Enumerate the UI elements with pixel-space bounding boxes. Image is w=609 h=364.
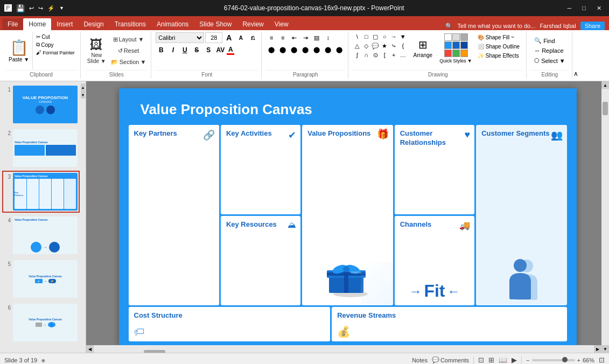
accessibility-icon[interactable]: ⎈ [41, 357, 45, 363]
restore-button[interactable]: □ [579, 5, 589, 11]
zoom-in-button[interactable]: + [577, 357, 580, 363]
line-spacing-button[interactable]: ↕ [323, 32, 333, 43]
reading-view-button[interactable]: 📖 [499, 356, 507, 364]
increase-font-button[interactable]: A [223, 32, 234, 43]
presenter-view-button[interactable]: ▶ [512, 356, 517, 364]
tab-view[interactable]: View [269, 18, 294, 30]
char-spacing-button[interactable]: AV [215, 45, 226, 55]
shape-curve[interactable]: ∫ [353, 51, 361, 59]
shape-cross[interactable]: + [389, 51, 398, 59]
share-button[interactable]: Share [580, 22, 605, 30]
shape-effects-button[interactable]: ✨Shape Effects [475, 52, 522, 60]
scroll-down-button[interactable]: ▼ [601, 345, 609, 353]
shape-more[interactable]: ▼ [398, 32, 407, 41]
slide-thumb-5[interactable]: 5 Value Proposition Canvas ⚙ → 🔑 [2, 258, 80, 300]
bullets-button[interactable]: ≡ [266, 32, 277, 43]
font-name-select[interactable]: Calibri [156, 32, 204, 43]
shape-outline-button[interactable]: ⬜Shape Outline [475, 43, 522, 51]
cut-button[interactable]: ✂Cut [35, 33, 76, 40]
normal-view-button[interactable]: ⊡ [478, 356, 484, 364]
shape-bend[interactable]: ⤷ [389, 41, 398, 50]
shape-line[interactable]: \ [353, 32, 361, 41]
strikethrough-button[interactable]: S [191, 45, 202, 55]
tab-home[interactable]: Home [23, 18, 51, 30]
text-direction-button[interactable]: ⬤ [311, 44, 322, 55]
slide-sorter-button[interactable]: ⊞ [488, 356, 494, 364]
panel-scroll-up[interactable]: ▲ [81, 83, 85, 91]
numbered-list-button[interactable]: ≡ [277, 32, 288, 43]
slide-thumb-4[interactable]: 4 Value Proposition Canvas → [2, 214, 80, 256]
save-icon[interactable]: 💾 [16, 4, 25, 12]
fit-slide-button[interactable]: ⊡ [599, 356, 605, 364]
search-tell-me[interactable]: Tell me what you want to do... [457, 23, 535, 29]
section-button[interactable]: 📂Section▼ [109, 57, 148, 67]
style-box-6[interactable] [460, 41, 468, 49]
flash-icon[interactable]: ⚡ [47, 5, 55, 12]
key-resources-cell[interactable]: Key Resources ⛰ [221, 216, 300, 305]
scroll-right-button[interactable]: ▶ [594, 345, 601, 353]
layout-button[interactable]: ⊞Layout ▼ [109, 34, 148, 45]
smartart-button[interactable]: ⬤ [334, 44, 345, 55]
hscroll-thumb[interactable] [144, 350, 165, 353]
tab-review[interactable]: Review [237, 18, 269, 30]
style-box-3[interactable] [460, 33, 468, 41]
ribbon-collapse-button[interactable]: ∧ [573, 70, 578, 78]
shape-fill-button[interactable]: 🎨Shape Fill ~ [475, 33, 522, 41]
undo-icon[interactable]: ↩ [29, 5, 34, 12]
shape-extra[interactable]: … [398, 51, 407, 59]
shape-diamond[interactable]: ◇ [362, 41, 370, 50]
arrange-button[interactable]: ⊞ Arrange [409, 32, 436, 64]
text-align-button[interactable]: ⬤ [323, 44, 333, 55]
panel-scroll-down[interactable]: ▼ [81, 91, 85, 99]
scroll-up-button[interactable]: ▲ [601, 81, 609, 89]
paste-button[interactable]: 📋 Paste ▼ [5, 32, 33, 69]
zoom-out-button[interactable]: − [526, 357, 529, 363]
qs-dropdown[interactable]: ▼ [467, 58, 472, 64]
decrease-font-button[interactable]: A [235, 32, 246, 43]
style-box-5[interactable] [452, 41, 460, 49]
format-painter-button[interactable]: 🖌Format Painter [35, 49, 76, 56]
redo-icon[interactable]: ↪ [38, 5, 43, 12]
shape-oval[interactable]: ○ [380, 32, 389, 41]
tab-slideshow[interactable]: Slide Show [194, 18, 237, 30]
shape-triangle[interactable]: △ [353, 41, 361, 50]
justify-button[interactable]: ⬤ [300, 44, 311, 55]
select-button[interactable]: ⬡Select▼ [532, 56, 567, 65]
zoom-slider[interactable] [532, 359, 575, 361]
columns-button[interactable]: ▤ [311, 32, 322, 43]
tab-transitions[interactable]: Transitions [109, 18, 151, 30]
tab-design[interactable]: Design [78, 18, 109, 30]
shape-star[interactable]: ★ [380, 41, 389, 50]
decrease-indent-button[interactable]: ⇤ [289, 32, 299, 43]
window-controls[interactable]: ─ □ ✕ [564, 5, 605, 12]
shadow-button[interactable]: S [203, 45, 214, 55]
shape-callout[interactable]: 💬 [371, 41, 380, 50]
clear-format-button[interactable]: ⎌ [247, 32, 258, 43]
underline-button[interactable]: U [179, 45, 190, 55]
shape-right-arrow[interactable]: → [389, 32, 398, 41]
copy-button[interactable]: ⧉Copy [35, 41, 76, 48]
style-box-4[interactable] [444, 41, 452, 49]
notes-button[interactable]: Notes [412, 357, 428, 363]
increase-indent-button[interactable]: ⇥ [300, 32, 311, 43]
close-button[interactable]: ✕ [593, 5, 605, 12]
scroll-left-button[interactable]: ◀ [86, 345, 94, 353]
font-size-input[interactable] [205, 32, 222, 43]
italic-button[interactable]: I [167, 45, 178, 55]
shape-rect[interactable]: □ [362, 32, 370, 41]
bold-button[interactable]: B [156, 45, 166, 55]
customer-relationships-cell[interactable]: Customer Relationships ♥ [395, 125, 474, 214]
customer-segments-cell[interactable]: Customer Segments 👥 [476, 125, 566, 305]
style-box-2[interactable] [452, 33, 460, 41]
replace-button[interactable]: ↔Replace [532, 46, 567, 55]
dropdown-arrow[interactable]: ▼ [59, 5, 64, 11]
shape-rounded-rect[interactable]: ▢ [371, 32, 380, 41]
zoom-slider-thumb[interactable] [562, 357, 568, 362]
reset-button[interactable]: ↺Reset [109, 45, 148, 56]
shape-donut[interactable]: ⊙ [371, 51, 380, 59]
channels-cell[interactable]: Channels 🚚 → Fit ← [395, 216, 474, 305]
slide-thumb-2[interactable]: 2 Value Proposition Canvas [2, 127, 80, 169]
slide-thumb-6[interactable]: 6 Value Proposition Canvas → 👤 [2, 302, 80, 344]
align-center-button[interactable]: ⬤ [277, 44, 288, 55]
new-slide-button[interactable]: 🖼 NewSlide ▼ [85, 35, 108, 66]
